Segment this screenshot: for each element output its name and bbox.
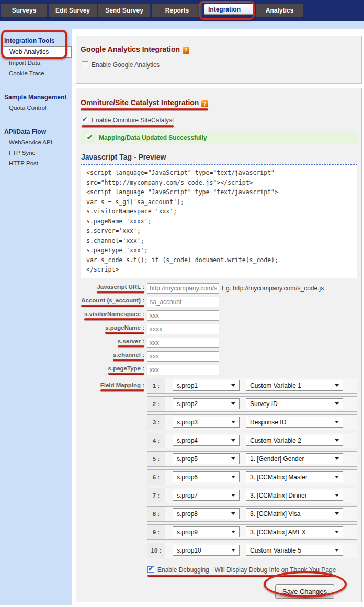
javascript-url-input[interactable] <box>147 283 219 294</box>
top-nav-bar: Surveys Edit Survey Send Survey Reports … <box>0 0 364 21</box>
prop-select-value: s.prop9 <box>177 529 198 536</box>
target-select-8[interactable]: 3. [CCMatrix] Visa <box>246 508 343 519</box>
target-select-value: 3. [CCMatrix] Visa <box>250 510 300 518</box>
prop-select-value: s.prop8 <box>177 510 198 518</box>
divider <box>81 580 357 580</box>
server-input[interactable] <box>147 338 219 348</box>
prop-select-7[interactable]: s.prop7 <box>173 490 240 501</box>
prop-select-3[interactable]: s.prop3 <box>173 417 240 428</box>
mapping-number: 1 : <box>147 378 165 393</box>
page-name-input[interactable] <box>147 324 219 334</box>
prop-select-10[interactable]: s.prop10 <box>173 545 240 556</box>
page-type-input[interactable] <box>147 365 219 375</box>
google-analytics-title: Google Analytics Integration <box>81 44 189 54</box>
help-icon[interactable] <box>201 100 208 107</box>
field-mapping-row-2: 2 : s.prop2 Survey ID <box>147 396 357 412</box>
target-select-10[interactable]: Custom Variable 5 <box>246 545 343 556</box>
success-message-text: Mapping/Data Updated Successfully <box>99 134 207 141</box>
prop-select-2[interactable]: s.prop2 <box>173 398 240 409</box>
target-select-2[interactable]: Survey ID <box>246 398 343 409</box>
dropdown-arrow-icon <box>335 476 339 478</box>
target-select-value: 3. [CCMatrix] Dinner <box>250 492 307 499</box>
dropdown-arrow-icon <box>231 439 235 442</box>
target-select-9[interactable]: 3. [CCMatrix] AMEX <box>246 526 343 537</box>
prop-select-value: s.prop5 <box>177 455 198 463</box>
sidebar-item-web-analytics[interactable]: Web Analytics <box>3 46 72 58</box>
dropdown-arrow-icon <box>335 457 339 460</box>
field-mapping-row-3: 3 : s.prop3 Response ID <box>147 414 357 430</box>
dropdown-arrow-icon <box>231 402 235 405</box>
google-analytics-title-text: Google Analytics Integration <box>81 45 180 53</box>
target-select-7[interactable]: 3. [CCMatrix] Dinner <box>246 490 343 501</box>
google-analytics-panel: Google Analytics Integration Enable Goog… <box>76 36 362 84</box>
sidebar: Integration Tools Web Analytics Import D… <box>0 29 72 605</box>
sidebar-item-webservice-api[interactable]: WebService API <box>0 137 72 148</box>
form-row-account: Account (s_account) : <box>81 295 357 309</box>
field-mapping-row-10: 10 : s.prop10 Custom Variable 5 <box>147 543 357 558</box>
dropdown-arrow-icon <box>335 384 339 387</box>
code-line: s.pageType='xxx'; <box>86 245 351 255</box>
prop-select-8[interactable]: s.prop8 <box>173 508 240 519</box>
enable-debugging-row: Enable Debugging - Will Display Debug In… <box>147 566 357 577</box>
javascript-url-hint: Eg. http://mycompany.com/s_code.js <box>222 285 324 292</box>
dropdown-arrow-icon <box>335 549 339 552</box>
prop-select-value: s.prop4 <box>177 437 198 444</box>
account-input[interactable] <box>147 297 219 307</box>
sidebar-item-import-data[interactable]: Import Data <box>0 58 72 68</box>
mapping-number: 6 : <box>147 470 165 485</box>
tab-analytics[interactable]: Analytics <box>256 4 303 17</box>
enable-google-analytics-checkbox[interactable] <box>82 61 88 68</box>
page-name-label: s.pageName : <box>105 324 144 334</box>
sidebar-item-http-post[interactable]: HTTP Post <box>0 158 72 168</box>
enable-omniture-checkbox[interactable] <box>82 117 88 123</box>
target-select-5[interactable]: 1. [Gender] Gender <box>246 453 343 464</box>
prop-select-6[interactable]: s.prop6 <box>173 471 240 482</box>
form-row-visitor-namespace: s.visitorNamespace : <box>81 309 357 322</box>
tab-reports[interactable]: Reports <box>152 4 202 17</box>
dropdown-arrow-icon <box>335 494 339 497</box>
prop-select-5[interactable]: s.prop5 <box>173 453 240 464</box>
tab-send-survey[interactable]: Send Survey <box>98 4 150 17</box>
code-line: s.channel='xxx'; <box>86 236 351 246</box>
field-mapping-row-8: 8 : s.prop8 3. [CCMatrix] Visa <box>147 506 357 522</box>
tab-surveys[interactable]: Surveys <box>1 4 47 17</box>
sidebar-header-api-data-flow: API/Data Flow <box>0 127 72 137</box>
visitor-namespace-label: s.visitorNamespace : <box>84 311 144 320</box>
account-label: Account (s_account) : <box>81 297 144 307</box>
field-mapping-row-7: 7 : s.prop7 3. [CCMatrix] Dinner <box>147 488 357 503</box>
prop-select-1[interactable]: s.prop1 <box>173 380 240 391</box>
prop-select-9[interactable]: s.prop9 <box>173 526 240 537</box>
enable-debugging-checkbox[interactable] <box>147 566 154 573</box>
prop-select-4[interactable]: s.prop4 <box>173 435 240 446</box>
prop-select-value: s.prop2 <box>177 400 198 408</box>
target-select-value: Survey ID <box>250 400 278 408</box>
tab-edit-survey[interactable]: Edit Survey <box>49 4 97 17</box>
code-line: s.server='xxx'; <box>86 226 351 236</box>
sidebar-item-ftp-sync[interactable]: FTP Sync <box>0 148 72 158</box>
code-line: <script language="JavaScript" type="text… <box>86 168 351 178</box>
target-select-value: 1. [Gender] Gender <box>250 455 304 463</box>
visitor-namespace-input[interactable] <box>147 310 219 321</box>
field-mapping-row-9: 9 : s.prop9 3. [CCMatrix] AMEX <box>147 524 357 540</box>
enable-google-analytics-label: Enable Google Analytics <box>92 61 160 69</box>
form-row-javascript-url: Javascript URL : Eg. http://mycompany.co… <box>81 282 357 295</box>
target-select-4[interactable]: Custom Variable 2 <box>246 435 343 446</box>
channel-input[interactable] <box>147 351 219 362</box>
target-select-3[interactable]: Response ID <box>246 417 343 428</box>
code-line: s.pageName='xxxx'; <box>86 217 351 227</box>
enable-omniture-label: Enable Omniture SiteCatalyst <box>92 117 174 124</box>
help-icon[interactable] <box>183 47 189 54</box>
sidebar-item-cookie-trace[interactable]: Cookie Trace <box>0 68 72 78</box>
form-row-page-name: s.pageName : <box>81 322 357 336</box>
target-select-value: Custom Variable 2 <box>250 437 301 444</box>
field-mapping-row-4: 4 : s.prop4 Custom Variable 2 <box>147 433 357 448</box>
tab-integration[interactable]: Integration <box>204 4 254 15</box>
target-select-value: Response ID <box>250 419 286 426</box>
target-select-1[interactable]: Custom Variable 1 <box>246 380 343 391</box>
header-spacer <box>0 21 364 29</box>
sidebar-item-quota-control[interactable]: Quota Control <box>0 103 72 113</box>
save-changes-button[interactable]: Save Changes <box>275 584 334 599</box>
field-mapping-row-6: 6 : s.prop6 3. [CCMatrix] Master <box>147 469 357 485</box>
target-select-6[interactable]: 3. [CCMatrix] Master <box>246 471 343 482</box>
dropdown-arrow-icon <box>335 512 339 515</box>
